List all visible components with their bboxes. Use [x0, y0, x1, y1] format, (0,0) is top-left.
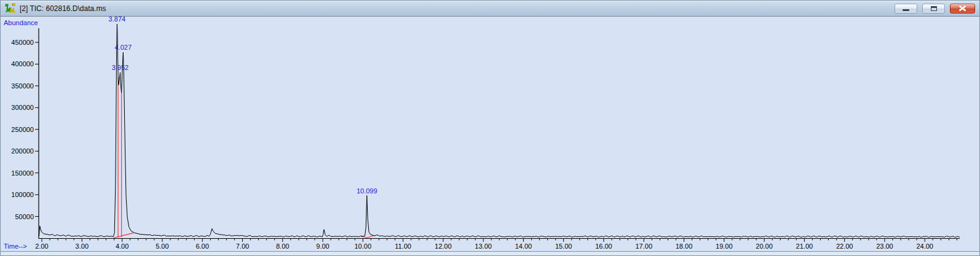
time-axis-label: Time-->: [4, 242, 27, 250]
x-tick-label: 23.00: [876, 242, 893, 250]
x-tick-label: 6.00: [196, 242, 208, 250]
x-axis-ticks: 2.003.004.005.006.007.008.009.0010.0011.…: [35, 238, 957, 250]
x-tick-label: 2.00: [35, 242, 48, 250]
maximize-icon: [931, 6, 937, 11]
y-axis-ticks: 5000010000015000020000025000030000035000…: [11, 39, 39, 220]
close-button[interactable]: [950, 4, 975, 14]
y-tick-label: 200000: [11, 147, 34, 155]
y-tick-label: 300000: [11, 104, 34, 111]
window-controls: [895, 4, 975, 14]
x-tick-label: 18.00: [676, 242, 693, 250]
x-tick-label: 24.00: [916, 242, 933, 250]
x-tick-label: 17.00: [635, 242, 652, 250]
y-tick-label: 400000: [11, 60, 34, 68]
x-tick-label: 11.00: [395, 242, 411, 250]
y-tick-label: 350000: [11, 82, 34, 90]
integration-marks: [114, 77, 374, 238]
x-tick-label: 3.00: [76, 242, 89, 250]
x-tick-label: 15.00: [555, 242, 572, 250]
chromatogram-icon: [5, 3, 16, 14]
chromatogram-canvas[interactable]: 5000010000015000020000025000030000035000…: [1, 1, 980, 256]
x-tick-label: 20.00: [756, 242, 773, 250]
x-tick-label: 10.00: [355, 242, 372, 250]
x-tick-label: 5.00: [156, 242, 168, 250]
peak-label: 4.027: [115, 44, 132, 51]
minimize-icon: [903, 9, 909, 11]
x-tick-label: 9.00: [316, 242, 329, 250]
window-title: [2] TIC: 602816.D\data.ms: [20, 4, 106, 13]
abundance-axis-label: Abundance: [4, 19, 38, 26]
x-tick-label: 22.00: [836, 242, 853, 250]
titlebar[interactable]: [2] TIC: 602816.D\data.ms: [1, 1, 979, 17]
peak-label: 3.874: [109, 15, 126, 23]
window-frame-bottom: [1, 251, 979, 255]
tic-chromatogram-window: 5000010000015000020000025000030000035000…: [0, 0, 980, 256]
y-tick-label: 250000: [11, 126, 34, 133]
y-tick-label: 100000: [11, 191, 34, 198]
close-icon: [959, 6, 966, 11]
peak-label: 10.099: [357, 187, 377, 195]
y-tick-label: 50000: [15, 213, 34, 220]
peak-labels: 3.8743.9524.02710.099: [109, 15, 377, 194]
x-tick-label: 4.00: [116, 242, 128, 250]
maximize-button[interactable]: [922, 4, 945, 14]
x-tick-label: 12.00: [435, 242, 452, 250]
tic-trace: [39, 24, 960, 237]
peak-label: 3.952: [112, 64, 129, 71]
minimize-button[interactable]: [895, 4, 917, 14]
x-tick-label: 21.00: [796, 242, 813, 250]
x-tick-label: 19.00: [716, 242, 733, 250]
x-tick-label: 8.00: [276, 242, 289, 250]
x-tick-label: 7.00: [236, 242, 249, 250]
y-tick-label: 150000: [11, 169, 34, 177]
x-tick-label: 13.00: [475, 242, 492, 250]
x-tick-label: 16.00: [595, 242, 612, 250]
axes: [39, 28, 960, 239]
integration-baseline: [114, 233, 133, 238]
y-tick-label: 450000: [11, 39, 34, 46]
x-tick-label: 14.00: [515, 242, 532, 250]
